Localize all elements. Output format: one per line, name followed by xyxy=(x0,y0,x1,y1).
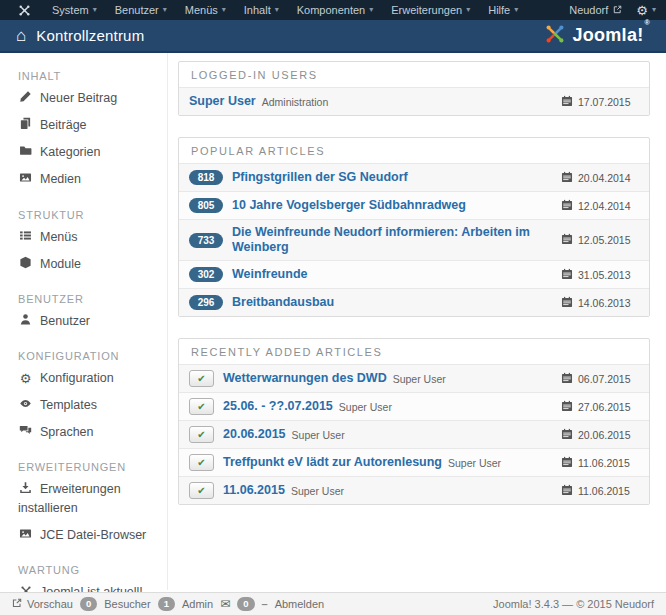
sidebar-item-label: Module xyxy=(40,257,81,271)
article-link[interactable]: Treffpunkt eV lädt zur Autorenlesung xyxy=(223,455,442,470)
article-link[interactable]: Breitbandausbau xyxy=(232,295,334,310)
sidebar-item-beiträge[interactable]: Beiträge xyxy=(18,112,159,139)
row-meta-label: Super User xyxy=(339,401,392,413)
date-cell: 12.04.2014 xyxy=(551,199,639,213)
panel-logged-in-users: LOGGED-IN USERSSuper UserAdministration1… xyxy=(178,61,650,116)
article-link[interactable]: 25.06. - ??.07.2015 xyxy=(223,399,333,414)
status-bar: Vorschau 0 Besucher 1 Admin ✉ 0 – Abmeld… xyxy=(0,592,666,615)
menu-inhalt[interactable]: Inhalt▾ xyxy=(235,0,288,20)
sidebar-item-neuer-beitrag[interactable]: Neuer Beitrag xyxy=(18,85,159,112)
admin-menubar: System▾Benutzer▾Menüs▾Inhalt▾Komponenten… xyxy=(0,0,666,20)
list-icon xyxy=(18,229,33,247)
logout-link[interactable]: Abmelden xyxy=(275,598,325,610)
panel-recently-added-articles: RECENTLY ADDED ARTICLES✔Wetterwarnungen … xyxy=(178,338,650,505)
calendar-icon xyxy=(561,456,573,470)
image-icon xyxy=(18,527,33,545)
date-cell: 06.07.2015 xyxy=(551,372,639,386)
date-label: 14.06.2013 xyxy=(578,297,631,309)
sidebar-item-label: Menüs xyxy=(40,230,78,244)
separator-dash: – xyxy=(262,598,268,610)
date-cell: 11.06.2015 xyxy=(551,484,639,498)
joomla-brand-logo: Joomla!® xyxy=(544,23,654,49)
article-link[interactable]: Pfingstgrillen der SG Neudorf xyxy=(232,170,408,185)
menu-system[interactable]: System▾ xyxy=(43,0,106,20)
publish-check-button[interactable]: ✔ xyxy=(189,398,214,415)
calendar-icon xyxy=(561,428,573,442)
publish-check-button[interactable]: ✔ xyxy=(189,370,214,387)
sidebar-item-module[interactable]: Module xyxy=(18,251,159,278)
date-label: 06.07.2015 xyxy=(578,373,631,385)
menu-komponenten[interactable]: Komponenten▾ xyxy=(288,0,383,20)
sidebar-item-label: Sprachen xyxy=(40,425,94,439)
sidebar-item-label: Beiträge xyxy=(40,118,87,132)
sidebar-item-templates[interactable]: Templates xyxy=(18,392,159,419)
sidebar-item-sprachen[interactable]: Sprachen xyxy=(18,419,159,446)
row-meta-label: Super User xyxy=(393,373,446,385)
menu-benutzer[interactable]: Benutzer▾ xyxy=(106,0,176,20)
messages-link[interactable]: ✉ xyxy=(220,598,230,610)
sidebar-item-benutzer[interactable]: Benutzer xyxy=(18,308,159,335)
user-settings-button[interactable]: ⚙ ▾ xyxy=(636,4,656,17)
row-meta-label: Super User xyxy=(291,485,344,497)
sidebar-item-label: Erweiterungen installieren xyxy=(18,482,121,515)
date-label: 31.05.2013 xyxy=(578,269,631,281)
sidebar-item-menüs[interactable]: Menüs xyxy=(18,224,159,251)
folder-icon xyxy=(18,144,33,162)
menu-label: Inhalt xyxy=(244,4,271,16)
article-link[interactable]: Weinfreunde xyxy=(232,267,307,282)
chevron-down-icon: ▾ xyxy=(514,6,518,14)
article-row: ✔Treffpunkt eV lädt zur AutorenlesungSup… xyxy=(179,448,649,476)
chevron-down-icon: ▾ xyxy=(275,6,279,14)
menu-hilfe[interactable]: Hilfe▾ xyxy=(479,0,527,20)
sidebar-section-header: BENUTZER xyxy=(18,293,159,305)
calendar-icon xyxy=(561,199,573,213)
sidebar-section-header: KONFIGURATION xyxy=(18,350,159,362)
pencil-icon xyxy=(18,90,33,108)
article-row: ✔11.06.2015Super User11.06.2015 xyxy=(179,476,649,504)
calendar-icon xyxy=(561,372,573,386)
publish-check-button[interactable]: ✔ xyxy=(189,454,214,471)
comments-icon xyxy=(18,424,33,442)
user-link[interactable]: Super User xyxy=(189,94,256,109)
sidebar: INHALTNeuer BeitragBeiträgeKategorienMed… xyxy=(0,53,168,590)
sidebar-item-jce-datei-browser[interactable]: JCE Datei-Browser xyxy=(18,522,159,549)
article-link[interactable]: 20.06.2015 xyxy=(223,427,286,442)
main-layout: INHALTNeuer BeitragBeiträgeKategorienMed… xyxy=(0,53,666,590)
article-link[interactable]: 10 Jahre Vogelsberger Südbahnradweg xyxy=(232,198,466,213)
sidebar-item-konfiguration[interactable]: ⚙Konfiguration xyxy=(18,365,159,392)
view-site-link[interactable]: Neudorf xyxy=(569,4,622,16)
sidebar-section-header: WARTUNG xyxy=(18,564,159,576)
sidebar-item-label: JCE Datei-Browser xyxy=(40,528,146,542)
date-label: 20.04.2014 xyxy=(578,172,631,184)
menu-men-s[interactable]: Menüs▾ xyxy=(176,0,235,20)
article-link[interactable]: Die Weinfreunde Neudorf informieren: Arb… xyxy=(232,225,545,255)
article-row: 296Breitbandausbau14.06.2013 xyxy=(179,288,649,316)
page-title: Kontrollzentrum xyxy=(36,27,144,44)
joomla-icon xyxy=(18,4,31,17)
hits-badge: 296 xyxy=(189,295,223,310)
panel-rows: 818Pfingstgrillen der SG Neudorf20.04.20… xyxy=(179,163,649,316)
menu-label: Menüs xyxy=(185,4,218,16)
calendar-icon xyxy=(561,296,573,310)
date-cell: 20.06.2015 xyxy=(551,428,639,442)
article-link[interactable]: 11.06.2015 xyxy=(223,483,285,498)
publish-check-button[interactable]: ✔ xyxy=(189,426,214,443)
admin-count-badge: 1 xyxy=(158,597,175,611)
sidebar-item-erweiterungen-installieren[interactable]: Erweiterungen installieren xyxy=(18,476,159,521)
publish-check-button[interactable]: ✔ xyxy=(189,482,214,499)
sidebar-section-header: STRUKTUR xyxy=(18,209,159,221)
content-area: LOGGED-IN USERSSuper UserAdministration1… xyxy=(168,53,666,590)
gear-icon: ⚙ xyxy=(636,4,648,17)
article-link[interactable]: Wetterwarnungen des DWD xyxy=(223,371,387,386)
menu-erweiterungen[interactable]: Erweiterungen▾ xyxy=(382,0,479,20)
menubar-right: Neudorf ⚙ ▾ xyxy=(569,4,656,17)
article-row: 80510 Jahre Vogelsberger Südbahnradweg12… xyxy=(179,191,649,219)
sidebar-item-label: Benutzer xyxy=(40,314,90,328)
menu-label: Erweiterungen xyxy=(391,4,462,16)
cube-icon xyxy=(18,256,33,274)
sidebar-item-kategorien[interactable]: Kategorien xyxy=(18,139,159,166)
sidebar-item-medien[interactable]: Medien xyxy=(18,166,159,193)
hits-badge: 818 xyxy=(189,170,223,185)
article-row: 302Weinfreunde31.05.2013 xyxy=(179,260,649,288)
preview-link[interactable]: Vorschau xyxy=(12,598,73,610)
